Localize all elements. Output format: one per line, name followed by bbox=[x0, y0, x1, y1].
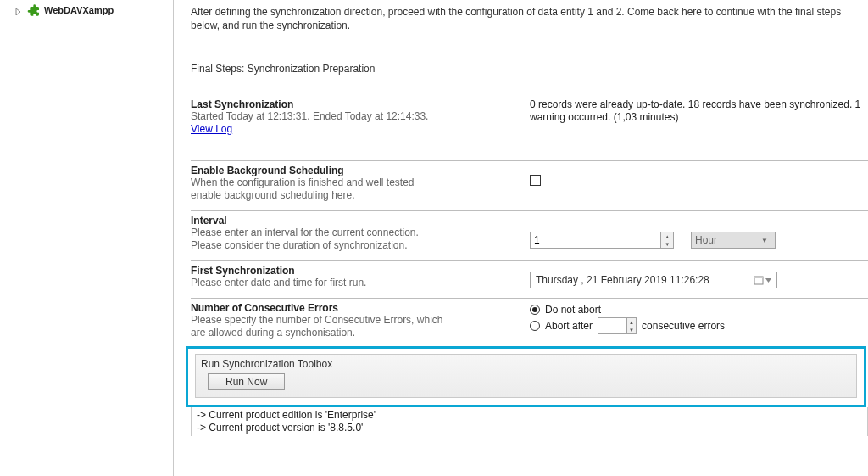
bg-sched-desc2: enable background scheduling here. bbox=[191, 189, 509, 202]
abort-option-1[interactable]: Do not abort bbox=[530, 304, 865, 316]
first-sync-desc: Please enter date and time for first run… bbox=[191, 277, 509, 289]
last-sync-result: 0 records were already up-to-date. 18 re… bbox=[530, 98, 865, 124]
radio-icon bbox=[530, 321, 540, 331]
bg-sched-title: Enable Background Scheduling bbox=[191, 165, 509, 176]
interval-unit-combo[interactable]: Hour ▼ bbox=[691, 232, 776, 249]
chevron-right-icon bbox=[15, 6, 24, 14]
first-sync-value: Thursday , 21 February 2019 11:26:28 bbox=[536, 274, 754, 286]
toolbox-title: Run Synchronization Toolbox bbox=[201, 358, 851, 370]
abort-option-2[interactable]: Abort after ▲ ▼ consecutive errors bbox=[530, 317, 865, 334]
interval-title: Interval bbox=[191, 215, 509, 227]
abort-after-input[interactable] bbox=[598, 318, 626, 333]
last-sync-status: Started Today at 12:13:31. Ended Today a… bbox=[191, 110, 509, 123]
tree-item-label: WebDAVXampp bbox=[44, 5, 114, 15]
spin-down-icon[interactable]: ▼ bbox=[627, 326, 636, 333]
intro-text: After defining the synchronization direc… bbox=[191, 0, 852, 32]
first-sync-title: First Synchronization bbox=[191, 265, 509, 277]
spin-down-icon[interactable]: ▼ bbox=[661, 240, 673, 248]
run-now-button[interactable]: Run Now bbox=[208, 373, 285, 390]
bg-sched-checkbox[interactable] bbox=[530, 175, 541, 186]
log-line: -> Current product version is '8.8.5.0' bbox=[197, 422, 862, 434]
last-sync-title: Last Synchronization bbox=[191, 98, 509, 110]
interval-unit-label: Hour bbox=[695, 234, 758, 246]
spin-up-icon[interactable]: ▲ bbox=[627, 318, 636, 326]
abort-option-2-pre: Abort after bbox=[545, 320, 593, 332]
chevron-down-icon: ▼ bbox=[758, 237, 771, 244]
abort-after-spinner[interactable]: ▲ ▼ bbox=[598, 317, 637, 334]
radio-icon bbox=[530, 305, 540, 315]
first-sync-datetime[interactable]: Thursday , 21 February 2019 11:26:28 bbox=[530, 272, 777, 288]
chevron-down-icon bbox=[765, 278, 771, 283]
highlighted-section: Run Synchronization Toolbox Run Now bbox=[186, 346, 866, 407]
consec-desc2: are allowed during a synchonisation. bbox=[191, 327, 509, 339]
bg-sched-desc1: When the configuration is finished and w… bbox=[191, 176, 509, 189]
puzzle-icon bbox=[27, 3, 41, 17]
consec-desc1: Please specify the number of Consecutive… bbox=[191, 314, 509, 327]
tree-panel: WebDAVXampp bbox=[0, 0, 173, 476]
calendar-icon[interactable] bbox=[754, 275, 771, 285]
spin-up-icon[interactable]: ▲ bbox=[661, 232, 673, 240]
main-panel: After defining the synchronization direc… bbox=[175, 0, 868, 476]
tree-item-webdavxampp[interactable]: WebDAVXampp bbox=[15, 3, 173, 17]
view-log-link[interactable]: View Log bbox=[191, 123, 232, 135]
consec-title: Number of Consecutive Errors bbox=[191, 302, 509, 314]
log-line: -> Current product edition is 'Enterpris… bbox=[197, 409, 862, 422]
svg-rect-1 bbox=[754, 277, 763, 278]
final-steps-title: Final Steps: Synchronization Preparation bbox=[191, 63, 868, 75]
interval-input[interactable] bbox=[531, 232, 660, 248]
log-output: -> Current product edition is 'Enterpris… bbox=[191, 407, 868, 436]
abort-option-2-post: consecutive errors bbox=[642, 320, 725, 332]
interval-desc2: Please consider the duration of synchron… bbox=[191, 239, 509, 252]
interval-desc1: Please enter an interval for the current… bbox=[191, 227, 509, 239]
toolbox-panel: Run Synchronization Toolbox Run Now bbox=[195, 354, 857, 398]
interval-spinner[interactable]: ▲ ▼ bbox=[530, 232, 674, 249]
abort-option-1-label: Do not abort bbox=[545, 304, 601, 316]
